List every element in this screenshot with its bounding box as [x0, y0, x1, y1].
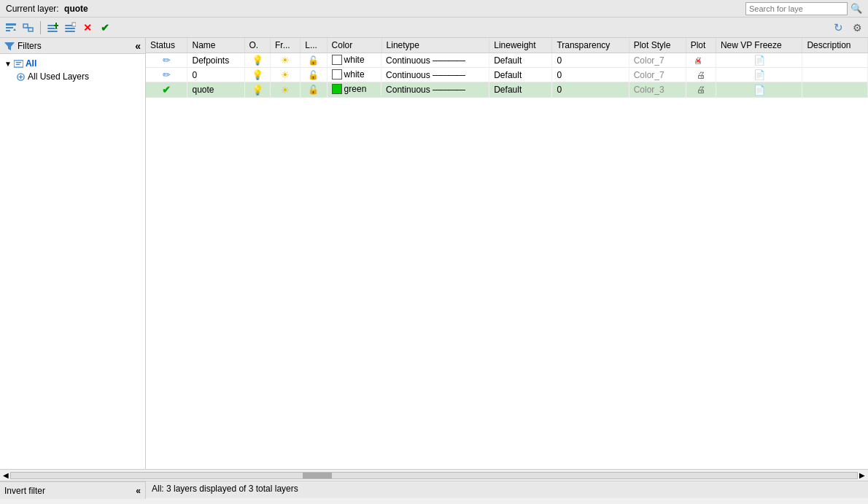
col-plot-style: Plot Style [629, 38, 686, 53]
cell-description [802, 82, 868, 98]
col-linetype: Linetype [381, 38, 489, 53]
cell-new-vp-freeze[interactable]: 📄 [716, 68, 802, 82]
new-layer-vp-button[interactable] [62, 20, 78, 36]
cell-plot-style[interactable]: Color_7 [629, 68, 686, 82]
cell-freeze[interactable]: ☀ [271, 82, 301, 98]
color-label: white [344, 69, 365, 80]
sun-icon[interactable]: ☀ [281, 85, 290, 96]
cell-freeze[interactable]: ☀ [271, 53, 301, 68]
col-freeze: Fr... [271, 38, 301, 53]
scroll-thumb[interactable] [303, 473, 332, 478]
lock-icon[interactable]: 🔓 [308, 85, 319, 95]
cell-linetype[interactable]: Continuous ———— [381, 68, 489, 82]
lock-icon[interactable]: 🔓 [308, 70, 319, 80]
refresh-button[interactable]: ↻ [830, 20, 846, 36]
cell-on[interactable]: 💡 [244, 53, 271, 68]
cell-plot[interactable]: 🖨 [686, 82, 716, 98]
sun-icon[interactable]: ☀ [281, 69, 290, 80]
table-row[interactable]: ✏Defpoints💡☀🔓whiteContinuous ————Default… [146, 53, 868, 68]
settings-button[interactable]: ⚙ [849, 20, 865, 36]
print-icon[interactable]: 🖨 [697, 85, 705, 95]
cell-color[interactable]: white [328, 68, 381, 81]
new-property-filter-button[interactable] [3, 20, 19, 36]
cell-color[interactable]: green [328, 82, 381, 96]
col-lock: L... [301, 38, 327, 53]
check-icon: ✔ [162, 84, 171, 96]
cell-linetype[interactable]: Continuous ———— [381, 53, 489, 68]
horizontal-scrollbar[interactable]: ◀ ▶ [0, 469, 868, 481]
delete-layer-button[interactable]: ✕ [80, 20, 96, 36]
cell-lock[interactable]: 🔓 [301, 53, 327, 68]
cell-new-vp-freeze[interactable]: 📄 [716, 82, 802, 98]
cell-lineweight[interactable]: Default [489, 68, 552, 82]
svg-rect-19 [14, 60, 23, 66]
new-layer-button[interactable] [44, 20, 61, 36]
set-current-button[interactable]: ✔ [97, 20, 113, 36]
no-print-icon[interactable]: 🖨✕ [694, 55, 708, 66]
filters-collapse-button[interactable]: « [135, 40, 141, 52]
sun-icon[interactable]: ☀ [281, 55, 290, 66]
toolbar: ✕ ✔ ↻ ⚙ [0, 18, 868, 38]
layers-tbody: ✏Defpoints💡☀🔓whiteContinuous ————Default… [146, 53, 868, 98]
cell-status: ✏ [146, 53, 187, 68]
cell-name[interactable]: quote [187, 82, 244, 98]
table-row[interactable]: ✏0💡☀🔓whiteContinuous ————Default0Color_7… [146, 68, 868, 82]
cell-status: ✔ [146, 82, 187, 98]
lightbulb-icon[interactable]: 💡 [252, 55, 263, 66]
cell-plot[interactable]: 🖨 [686, 68, 716, 82]
lightbulb-icon[interactable]: 💡 [252, 85, 263, 96]
status-text: All: 3 layers displayed of 3 total layer… [152, 484, 298, 494]
new-group-filter-button[interactable] [20, 20, 36, 36]
tree-item-all[interactable]: ▼ All [1, 57, 144, 70]
cell-lineweight[interactable]: Default [489, 53, 552, 68]
bottom-left-panel: Invert filter « [0, 481, 146, 499]
cell-lineweight[interactable]: Default [489, 82, 552, 98]
cell-transparency[interactable]: 0 [552, 82, 629, 98]
tree-expand-icon: ▼ [4, 60, 12, 68]
col-plot: Plot [686, 38, 716, 53]
cell-on[interactable]: 💡 [244, 68, 271, 82]
cell-on[interactable]: 💡 [244, 82, 271, 98]
used-layers-icon [16, 72, 26, 82]
cell-new-vp-freeze[interactable]: 📄 [716, 53, 802, 68]
print-icon[interactable]: 🖨 [697, 70, 705, 80]
bottom-collapse-button[interactable]: « [136, 486, 141, 496]
main-container: Filters « ▼ All All Used Laye [0, 38, 868, 469]
scroll-left-button[interactable]: ◀ [1, 471, 10, 479]
tree-item-all-used[interactable]: All Used Layers [1, 70, 144, 83]
cell-linetype[interactable]: Continuous ———— [381, 82, 489, 98]
filter-tree: ▼ All All Used Layers [0, 54, 145, 469]
scroll-right-button[interactable]: ▶ [858, 471, 867, 479]
tree-all-label: All [26, 58, 36, 69]
cell-transparency[interactable]: 0 [552, 68, 629, 82]
cell-transparency[interactable]: 0 [552, 53, 629, 68]
cell-freeze[interactable]: ☀ [271, 68, 301, 82]
svg-rect-0 [6, 23, 16, 26]
search-icon[interactable]: 🔍 [850, 3, 862, 14]
cell-plot-style[interactable]: Color_3 [629, 82, 686, 98]
scroll-track[interactable] [10, 472, 858, 479]
svg-rect-4 [23, 24, 28, 28]
vp-freeze-icon[interactable]: 📄 [753, 85, 765, 96]
svg-rect-1 [6, 27, 13, 28]
cell-lock[interactable]: 🔓 [301, 68, 327, 82]
vp-freeze-icon[interactable]: 📄 [753, 55, 765, 66]
svg-rect-5 [28, 28, 33, 31]
cell-name[interactable]: Defpoints [187, 53, 244, 68]
table-scroll-area[interactable]: Status Name O. Fr... L... Color Linetype… [146, 38, 868, 469]
cell-plot-style[interactable]: Color_7 [629, 53, 686, 68]
bottom-bar: Invert filter « All: 3 layers displayed … [0, 481, 868, 498]
cell-lock[interactable]: 🔓 [301, 82, 327, 98]
vp-freeze-icon[interactable]: 📄 [753, 69, 765, 80]
invert-filter-label: Invert filter [4, 486, 45, 496]
search-input[interactable] [745, 2, 848, 15]
table-row[interactable]: ✔quote💡☀🔓greenContinuous ————Default0Col… [146, 82, 868, 98]
col-color: Color [327, 38, 381, 53]
current-layer-value: quote [64, 4, 88, 14]
lock-icon[interactable]: 🔓 [308, 55, 319, 66]
col-lineweight: Lineweight [489, 38, 552, 53]
cell-color[interactable]: white [328, 53, 381, 66]
lightbulb-icon[interactable]: 💡 [252, 69, 263, 80]
cell-plot[interactable]: 🖨✕ [686, 53, 716, 68]
cell-name[interactable]: 0 [187, 68, 244, 82]
